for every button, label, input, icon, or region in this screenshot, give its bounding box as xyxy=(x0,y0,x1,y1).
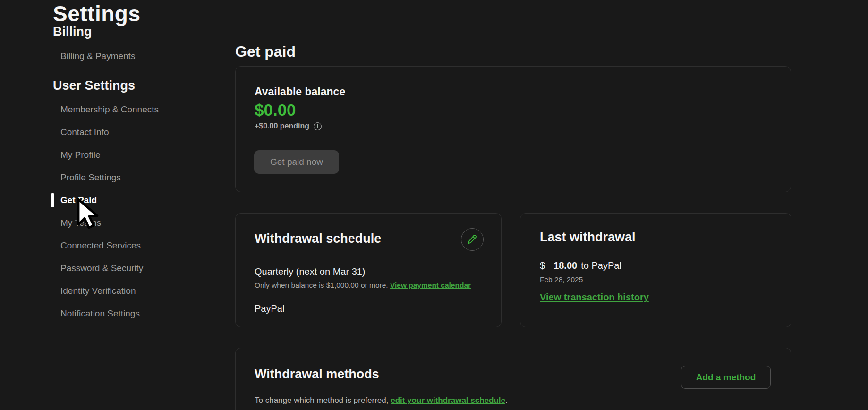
sidebar-item-label: Membership & Connects xyxy=(60,104,159,115)
currency-symbol: $ xyxy=(540,260,545,271)
sidebar-item-get-paid[interactable]: Get Paid xyxy=(53,189,159,212)
sidebar-item-billing-payments[interactable]: Billing & Payments xyxy=(53,46,135,67)
sidebar-billing-list: Billing & Payments xyxy=(53,46,135,67)
sidebar-item-label: My Teams xyxy=(60,218,101,228)
edit-schedule-button[interactable] xyxy=(461,228,484,251)
sidebar-item-label: Notification Settings xyxy=(60,308,140,319)
schedule-frequency: Quarterly (next on Mar 31) xyxy=(255,266,366,277)
view-payment-calendar-link[interactable]: View payment calendar xyxy=(390,281,471,289)
withdrawal-schedule-card: Withdrawal schedule Quarterly (next on M… xyxy=(235,213,502,327)
sidebar-item-label: My Profile xyxy=(60,150,100,160)
schedule-method: PayPal xyxy=(255,303,284,314)
sidebar-section-billing: Billing xyxy=(53,25,92,39)
sidebar-item-label: Contact Info xyxy=(60,127,109,137)
sidebar-item-label: Get Paid xyxy=(60,195,97,205)
edit-withdrawal-schedule-link[interactable]: edit your withdrawal schedule xyxy=(391,396,505,405)
sidebar-item-profile-settings[interactable]: Profile Settings xyxy=(53,166,159,189)
sidebar-item-label: Password & Security xyxy=(60,263,143,273)
sidebar-item-label: Profile Settings xyxy=(60,172,121,183)
pending-balance-label: +$0.00 pending xyxy=(255,122,309,130)
sidebar-item-my-teams[interactable]: My Teams xyxy=(53,212,159,234)
last-withdrawal-card: Last withdrawal $ 18.00 to PayPal Feb 28… xyxy=(520,213,791,327)
last-withdrawal-amount: 18.00 xyxy=(553,260,577,271)
sidebar-item-connected-services[interactable]: Connected Services xyxy=(53,234,159,257)
last-withdrawal-amount-row: $ 18.00 to PayPal xyxy=(540,260,621,271)
last-withdrawal-title: Last withdrawal xyxy=(540,230,636,245)
schedule-card-title: Withdrawal schedule xyxy=(255,231,381,246)
sidebar-item-membership-connects[interactable]: Membership & Connects xyxy=(53,98,159,121)
view-transaction-history-link[interactable]: View transaction history xyxy=(540,292,649,303)
schedule-condition-text: Only when balance is $1,000.00 or more. xyxy=(255,281,390,289)
sidebar-item-my-profile[interactable]: My Profile xyxy=(53,144,159,166)
sidebar-item-password-security[interactable]: Password & Security xyxy=(53,257,159,280)
page-title: Settings xyxy=(53,1,140,26)
methods-note: To change which method is preferred, edi… xyxy=(255,396,508,405)
sidebar-item-identity-verification[interactable]: Identity Verification xyxy=(53,280,159,302)
available-balance-card: Available balance $0.00 +$0.00 pending i… xyxy=(235,66,791,192)
schedule-condition: Only when balance is $1,000.00 or more. … xyxy=(255,281,471,290)
sidebar-item-contact-info[interactable]: Contact Info xyxy=(53,121,159,144)
sidebar-item-label: Identity Verification xyxy=(60,286,136,296)
sidebar-user-settings-list: Membership & Connects Contact Info My Pr… xyxy=(53,98,159,325)
edit-pencil-icon xyxy=(466,233,478,246)
add-method-button[interactable]: Add a method xyxy=(681,366,771,389)
active-item-indicator xyxy=(51,193,54,207)
sidebar-section-user-settings: User Settings xyxy=(53,78,135,93)
available-balance-amount: $0.00 xyxy=(255,101,296,120)
sidebar-item-label: Connected Services xyxy=(60,240,141,251)
withdrawal-methods-title: Withdrawal methods xyxy=(255,367,379,382)
pending-balance-row: +$0.00 pending i xyxy=(255,122,322,130)
sidebar-item-notification-settings[interactable]: Notification Settings xyxy=(53,302,159,325)
methods-note-prefix: To change which method is preferred, xyxy=(255,396,391,405)
get-paid-now-button[interactable]: Get paid now xyxy=(254,150,339,174)
withdrawal-methods-card: Withdrawal methods Add a method To chang… xyxy=(235,348,791,410)
methods-note-suffix: . xyxy=(505,396,508,405)
last-withdrawal-date: Feb 28, 2025 xyxy=(540,275,583,284)
info-icon[interactable]: i xyxy=(314,122,322,130)
page-section-title: Get paid xyxy=(235,43,296,60)
balance-card-title: Available balance xyxy=(255,85,345,98)
last-withdrawal-destination: to PayPal xyxy=(581,260,621,271)
sidebar-item-label: Billing & Payments xyxy=(60,51,135,61)
